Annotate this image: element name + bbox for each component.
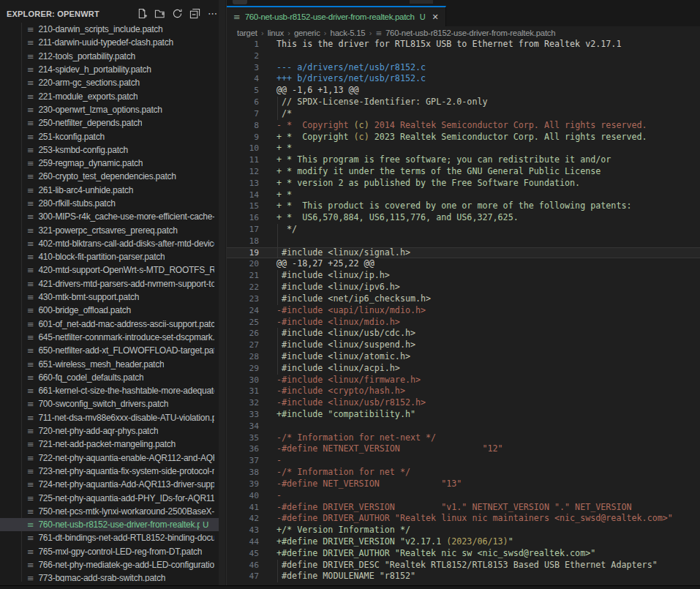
list-item[interactable]: ≡212-tools_portability.patch <box>0 50 219 63</box>
code-area[interactable]: 1This is the driver for RTL815x USB to E… <box>227 39 700 585</box>
code-line[interactable]: 6 // SPDX-License-Identifier: GPL-2.0-on… <box>227 97 700 108</box>
code-line[interactable]: 37- <box>227 455 700 467</box>
list-item[interactable]: ≡700-swconfig_switch_drivers.patch <box>0 397 219 410</box>
list-item[interactable]: ≡253-ksmbd-config.patch <box>0 143 219 157</box>
new-folder-icon[interactable] <box>154 7 166 20</box>
code-line[interactable]: 17 */ <box>227 224 700 236</box>
code-line[interactable]: 1This is the driver for RTL815x USB to E… <box>227 39 700 50</box>
list-item[interactable]: ≡725-net-phy-aquantia-add-PHY_IDs-for-AQ… <box>0 491 219 504</box>
code-line[interactable]: 36-#define NETNEXT_VERSION "12" <box>227 443 700 455</box>
breadcrumb-item[interactable]: target <box>237 29 257 37</box>
list-item[interactable]: ≡660-fq_codel_defaults.patch <box>0 371 219 384</box>
list-item[interactable]: ≡211-darwin-uuid-typedef-clash.patch <box>0 36 219 49</box>
code-line[interactable]: 21 #include <linux/ip.h> <box>227 270 700 282</box>
code-line[interactable]: 29 #include <linux/acpi.h> <box>227 363 700 375</box>
list-item[interactable]: ≡651-wireless_mesh_header.patch <box>0 357 219 370</box>
list-item[interactable]: ≡721-net-add-packet-mangeling.patch <box>0 438 219 451</box>
sidebar-scrollbar[interactable] <box>219 0 225 585</box>
code-line[interactable]: 32-#include <linux/usb/r8152.h> <box>227 397 700 409</box>
list-item[interactable]: ≡280-rfkill-stubs.patch <box>0 197 219 210</box>
code-line[interactable]: 9+ * Copyright (c) 2023 Realtek Semicond… <box>227 132 700 143</box>
code-line[interactable]: 27 #include <linux/suspend.h> <box>227 339 700 351</box>
code-line[interactable]: 23 #include <net/ip6_checksum.h> <box>227 293 700 305</box>
code-line[interactable]: 33+#include "compatibility.h" <box>227 409 700 421</box>
list-item[interactable]: ≡410-block-fit-partition-parser.patch <box>0 250 219 263</box>
code-line[interactable]: 38-/* Information for net */ <box>227 467 700 479</box>
list-item[interactable]: ≡760-net-usb-r8152-use-driver-from-realt… <box>0 518 219 531</box>
code-line[interactable]: 14+ * <box>227 190 700 201</box>
code-line[interactable]: 25-#include <linux/mdio.h> <box>227 317 700 329</box>
code-line[interactable]: 5@@ -1,6 +1,13 @@ <box>227 85 700 97</box>
code-line[interactable]: 22 #include <linux/ipv6.h> <box>227 282 700 293</box>
code-line[interactable]: 16+ * US6,570,884, US6,115,776, and US6,… <box>227 212 700 224</box>
code-line[interactable]: 20@@ -18,27 +25,22 @@ <box>227 258 700 270</box>
list-item[interactable]: ≡645-netfilter-connmark-introduce-set-ds… <box>0 331 219 344</box>
code-line[interactable]: 13+ * version 2 as published by the Free… <box>227 178 700 190</box>
list-item[interactable]: ≡214-spidev_h_portability.patch <box>0 63 219 76</box>
code-line[interactable]: 19 #include <linux/signal.h> <box>227 247 700 259</box>
list-item[interactable]: ≡220-arm-gc_sections.patch <box>0 76 219 89</box>
list-item[interactable]: ≡766-net-phy-mediatek-ge-add-LED-configu… <box>0 558 219 571</box>
list-item[interactable]: ≡420-mtd-support-OpenWrt-s-MTD_ROOTFS_RO… <box>0 263 219 277</box>
collapse-all-icon[interactable] <box>189 7 201 20</box>
code-line[interactable]: 47 #define MODULENAME "r8152" <box>227 571 700 582</box>
code-line[interactable]: 45+#define DRIVER_AUTHOR "Realtek nic sw… <box>227 548 700 560</box>
code-line[interactable]: 2 <box>227 50 700 62</box>
list-item[interactable]: ≡711-net-dsa-mv88e6xxx-disable-ATU-viola… <box>0 411 219 424</box>
list-item[interactable]: ≡601-of_net-add-mac-address-ascii-suppor… <box>0 318 219 331</box>
code-line[interactable]: 30-#include <linux/firmware.h> <box>227 375 700 386</box>
breadcrumb-item[interactable]: generic <box>294 29 320 37</box>
breadcrumb-item[interactable]: linux <box>268 29 284 37</box>
list-item[interactable]: ≡773-bgmac-add-srab-switch.patch <box>0 571 219 582</box>
code-line[interactable]: 34 <box>227 421 700 432</box>
code-line[interactable]: 18 <box>227 236 700 247</box>
code-line[interactable]: 43+/* Version Information */ <box>227 525 700 536</box>
code-line[interactable]: 41-#define DRIVER_VERSION "v1." NETNEXT_… <box>227 502 700 514</box>
list-item[interactable]: ≡230-openwrt_lzma_options.patch <box>0 103 219 116</box>
code-line[interactable]: 24-#include <uapi/linux/mdio.h> <box>227 305 700 317</box>
code-line[interactable]: 4+++ b/drivers/net/usb/r8152.c <box>227 73 700 85</box>
code-line[interactable]: 26 #include <linux/usb/cdc.h> <box>227 328 700 339</box>
list-item[interactable]: ≡600-bridge_offload.patch <box>0 304 219 317</box>
code-line[interactable]: 31-#include <crypto/hash.h> <box>227 386 700 397</box>
list-item[interactable]: ≡250-netfilter_depends.patch <box>0 116 219 130</box>
list-item[interactable]: ≡720-net-phy-add-aqr-phys.patch <box>0 424 219 438</box>
code-line[interactable]: 7 /* <box>227 108 700 120</box>
code-line[interactable]: 39-#define NET_VERSION "13" <box>227 479 700 490</box>
list-item[interactable]: ≡259-regmap_dynamic.patch <box>0 157 219 170</box>
code-line[interactable]: 11+ * This program is free software; you… <box>227 154 700 166</box>
close-icon[interactable]: ✕ <box>432 12 439 22</box>
code-line[interactable]: 46 #define DRIVER_DESC "Realtek RTL8152/… <box>227 560 700 571</box>
code-line[interactable]: 12+ * modify it under the terms of the G… <box>227 166 700 178</box>
new-file-icon[interactable] <box>136 7 148 20</box>
list-item[interactable]: ≡723-net-phy-aquantia-fix-system-side-pr… <box>0 465 219 478</box>
list-item[interactable]: ≡251-kconfig.patch <box>0 130 219 143</box>
code-line[interactable]: 15+ * This product is covered by one or … <box>227 200 700 212</box>
list-item[interactable]: ≡421-drivers-mtd-parsers-add-nvmem-suppo… <box>0 277 219 290</box>
list-item[interactable]: ≡210-darwin_scripts_include.patch <box>0 23 219 36</box>
list-item[interactable]: ≡650-netfilter-add-xt_FLOWOFFLOAD-target… <box>0 344 219 357</box>
list-item[interactable]: ≡761-dt-bindings-net-add-RTL8152-binding… <box>0 531 219 544</box>
list-item[interactable]: ≡260-crypto_test_dependencies.patch <box>0 170 219 183</box>
list-item[interactable]: ≡261-lib-arc4-unhide.patch <box>0 184 219 197</box>
code-line[interactable]: 3--- a/drivers/net/usb/r8152.c <box>227 62 700 74</box>
list-item[interactable]: ≡300-MIPS-r4k_cache-use-more-efficient-c… <box>0 210 219 223</box>
list-item[interactable]: ≡765-mxl-gpy-control-LED-reg-from-DT.pat… <box>0 545 219 558</box>
code-line[interactable]: 40- <box>227 490 700 502</box>
list-item[interactable]: ≡661-kernel-ct-size-the-hashtable-more-a… <box>0 384 219 397</box>
list-item[interactable]: ≡724-net-phy-aquantia-Add-AQR113-driver-… <box>0 478 219 491</box>
list-item[interactable]: ≡402-mtd-blktrans-call-add-disks-after-m… <box>0 237 219 250</box>
more-actions-icon[interactable]: ⋯ <box>206 7 219 20</box>
list-item[interactable]: ≡722-net-phy-aquantia-enable-AQR112-and-… <box>0 451 219 465</box>
code-line[interactable]: 28 #include <linux/atomic.h> <box>227 351 700 363</box>
tab-active[interactable]: ≡ 760-net-usb-r8152-use-driver-from-real… <box>227 6 446 26</box>
breadcrumb-item[interactable]: hack-5.15 <box>331 29 366 37</box>
breadcrumb-file[interactable]: 760-net-usb-r8152-use-driver-from-realte… <box>385 29 555 37</box>
list-item[interactable]: ≡221-module_exports.patch <box>0 89 219 102</box>
code-line[interactable]: 42-#define DRIVER_AUTHOR "Realtek linux … <box>227 513 700 525</box>
code-line[interactable]: 10+ * <box>227 143 700 154</box>
code-line[interactable]: 44+#define DRIVER_VERSION "v2.17.1 (2023… <box>227 536 700 548</box>
list-item[interactable]: ≡321-powerpc_crtsavres_prereq.patch <box>0 223 219 236</box>
list-item[interactable]: ≡430-mtk-bmt-support.patch <box>0 290 219 304</box>
code-line[interactable]: 35-/* Information for net-next */ <box>227 432 700 444</box>
